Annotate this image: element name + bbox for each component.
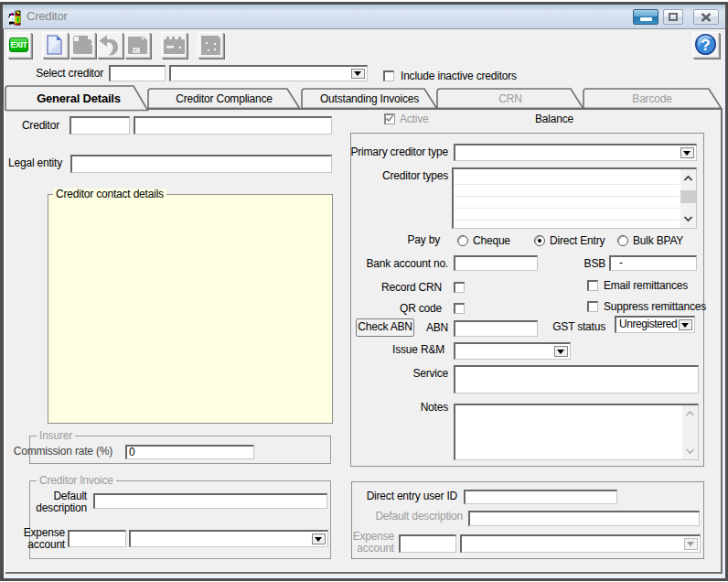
svg-text:Barcode: Barcode [632, 92, 672, 105]
svg-text:Creditor Compliance: Creditor Compliance [176, 92, 273, 105]
svg-text:CRN: CRN [498, 92, 521, 105]
svg-text:Outstanding Invoices: Outstanding Invoices [320, 92, 419, 105]
svg-text:General Details: General Details [37, 92, 121, 105]
